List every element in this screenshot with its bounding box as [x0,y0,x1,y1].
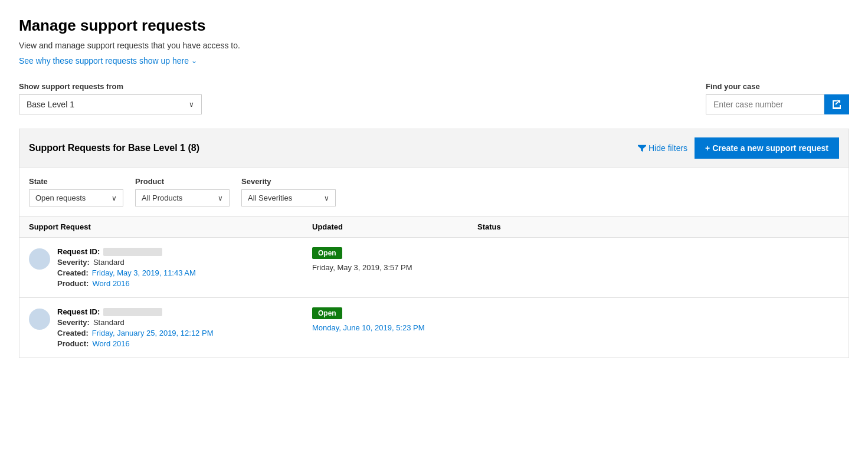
section-header: Support Requests for Base Level 1 (8) Hi… [19,129,849,168]
status-badge: Open [312,247,342,259]
table-header-status: Status [477,222,839,231]
updated-date: Monday, June 10, 2019, 5:23 PM [312,323,425,332]
product-label: Product: [57,279,89,288]
created-label: Created: [57,329,89,337]
severity-row: Severity: Standard [57,258,196,267]
product-filter-dropdown[interactable]: All Products ∨ [135,189,230,206]
filters-row: State Open requests ∨ Product All Produc… [19,168,849,217]
table-body: Request ID: Severity: Standard Created: … [19,238,849,358]
severity-label: Severity: [57,258,90,267]
created-value: Friday, May 3, 2019, 11:43 AM [92,268,196,277]
table-header: Support Request Updated Status [19,217,849,238]
request-id-row: Request ID: [57,307,213,316]
severity-filter-group: Severity All Severities ∨ [241,177,336,206]
request-id-value [103,248,162,256]
external-link-icon [832,100,841,109]
state-filter-label: State [29,177,123,186]
severity-filter-dropdown[interactable]: All Severities ∨ [241,189,336,206]
product-value: Word 2016 [92,279,129,288]
product-label: Product: [57,339,89,348]
table-row[interactable]: Request ID: Severity: Standard Created: … [19,238,849,298]
request-id-label: Request ID: [57,307,100,316]
request-details: Request ID: Severity: Standard Created: … [57,247,196,288]
severity-filter-label: Severity [241,177,336,186]
request-details: Request ID: Severity: Standard Created: … [57,307,213,348]
created-row: Created: Friday, May 3, 2019, 11:43 AM [57,268,196,277]
chevron-down-icon: ⌄ [191,57,197,65]
created-value: Friday, January 25, 2019, 12:12 PM [92,329,214,337]
updated-date: Friday, May 3, 2019, 3:57 PM [312,263,412,272]
section-title: Support Requests for Base Level 1 (8) [29,143,199,153]
product-value: Word 2016 [92,339,129,348]
chevron-down-icon: ∨ [189,100,194,109]
page-title: Manage support requests [19,17,849,35]
chevron-down-icon: ∨ [218,194,223,202]
why-link-text: See why these support requests show up h… [19,56,189,65]
created-label: Created: [57,268,89,277]
table-header-support-request: Support Request [29,222,312,231]
state-filter-dropdown[interactable]: Open requests ∨ [29,189,123,206]
product-row: Product: Word 2016 [57,339,213,348]
case-number-input[interactable] [706,94,824,114]
product-filter-value: All Products [142,193,182,202]
find-case-group: Find your case [706,82,849,114]
filter-icon [638,144,646,152]
product-filter-group: Product All Products ∨ [135,177,230,206]
created-row: Created: Friday, January 25, 2019, 12:12… [57,329,213,337]
table-row[interactable]: Request ID: Severity: Standard Created: … [19,298,849,358]
state-filter-value: Open requests [35,193,86,202]
state-filter-group: State Open requests ∨ [29,177,123,206]
updated-cell: Open Friday, May 3, 2019, 3:57 PM [312,247,477,272]
request-id-value [103,308,162,316]
product-row: Product: Word 2016 [57,279,196,288]
request-id-label: Request ID: [57,247,100,256]
chevron-down-icon: ∨ [112,194,117,202]
hide-filters-button[interactable]: Hide filters [638,143,687,153]
case-search-button[interactable] [824,94,849,114]
show-from-dropdown[interactable]: Base Level 1 ∨ [19,94,202,114]
show-from-label: Show support requests from [19,82,202,91]
chevron-down-icon: ∨ [324,194,329,202]
severity-value: Standard [93,258,125,267]
controls-row: Show support requests from Base Level 1 … [19,82,849,114]
request-id-row: Request ID: [57,247,196,256]
request-info: Request ID: Severity: Standard Created: … [29,247,312,288]
severity-row: Severity: Standard [57,318,213,327]
find-case-input-row [706,94,849,114]
find-case-label: Find your case [706,82,849,91]
product-filter-label: Product [135,177,230,186]
severity-label: Severity: [57,318,90,327]
create-support-request-button[interactable]: + Create a new support request [695,137,839,159]
table-header-updated: Updated [312,222,477,231]
avatar [29,309,50,330]
severity-filter-value: All Severities [248,193,292,202]
show-from-group: Show support requests from Base Level 1 … [19,82,202,114]
why-link[interactable]: See why these support requests show up h… [19,56,197,65]
status-badge: Open [312,307,342,319]
request-info: Request ID: Severity: Standard Created: … [29,307,312,348]
show-from-value: Base Level 1 [27,100,74,109]
section-header-right: Hide filters + Create a new support requ… [638,137,839,159]
updated-cell: Open Monday, June 10, 2019, 5:23 PM [312,307,477,332]
hide-filters-label: Hide filters [648,143,687,153]
severity-value: Standard [93,318,125,327]
page-subtitle: View and manage support requests that yo… [19,41,849,50]
avatar [29,248,50,270]
